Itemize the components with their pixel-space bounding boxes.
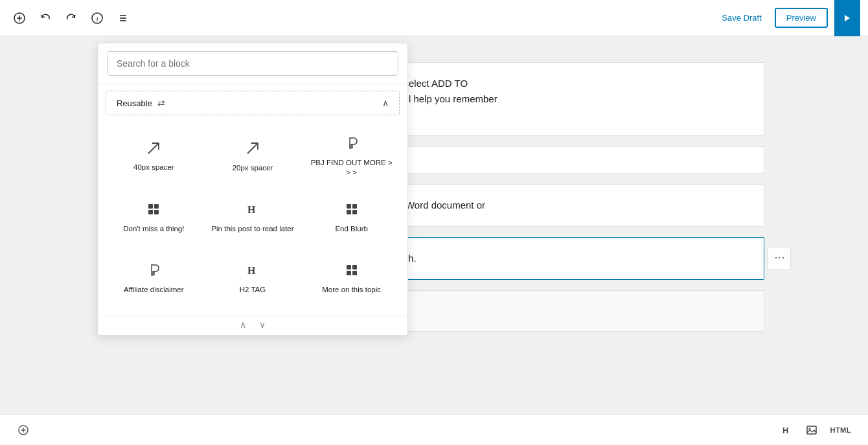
heading-icon-pin: H <box>246 202 260 219</box>
undo-button[interactable] <box>34 6 57 30</box>
paragraph-icon-pbj <box>345 136 359 153</box>
block-item-dont-miss[interactable]: Don't miss a thing! <box>106 188 202 246</box>
arrow-icon-20px <box>246 141 260 158</box>
svg-rect-23 <box>352 265 357 269</box>
svg-rect-18 <box>347 210 351 214</box>
toolbar-left-group: i <box>8 6 135 30</box>
svg-rect-12 <box>154 204 159 209</box>
svg-rect-22 <box>347 265 351 269</box>
editor-area: Reusable ⇄ ∧ 40px spacer <box>0 36 868 445</box>
block-label-40px-spacer: 40px spacer <box>133 163 174 172</box>
svg-text:H: H <box>247 204 256 215</box>
grid-icon-end-blurb <box>345 202 359 219</box>
html-format-button[interactable]: HTML <box>826 424 855 437</box>
block-item-affiliate[interactable]: Affiliate disclaimer <box>106 249 202 307</box>
block-more-options[interactable]: ⋮ <box>768 247 791 270</box>
toolbar-right-group: Save Draft Preview <box>715 0 860 36</box>
svg-rect-19 <box>352 210 357 214</box>
svg-text:H: H <box>782 426 788 435</box>
add-block-button[interactable] <box>8 6 31 30</box>
block-label-more-on-this: More on this topic <box>322 285 381 295</box>
reusable-section-label: Reusable <box>117 98 152 108</box>
block-label-end-blurb: End Blurb <box>335 224 368 234</box>
image-format-button[interactable] <box>801 420 822 440</box>
svg-rect-14 <box>154 210 159 214</box>
info-button[interactable]: i <box>86 6 109 30</box>
block-item-h2-tag[interactable]: H H2 TAG <box>205 249 301 307</box>
block-item-pbj[interactable]: PBJ FIND OUT MORE > > > <box>303 127 400 185</box>
chevron-up-icon: ∧ <box>382 98 389 108</box>
list-view-button[interactable] <box>111 6 135 30</box>
svg-rect-11 <box>148 204 153 209</box>
bottom-toolbar-left <box>13 420 34 440</box>
svg-rect-13 <box>148 210 153 214</box>
bottom-toolbar-right: H HTML <box>777 420 855 440</box>
arrow-icon-40px <box>146 141 161 157</box>
svg-line-9 <box>247 143 258 154</box>
block-label-pin-post: Pin this post to read later <box>211 224 293 234</box>
block-item-pin-post[interactable]: H Pin this post to read later <box>205 188 301 246</box>
bottom-toolbar: H HTML <box>0 414 868 445</box>
block-item-40px-spacer[interactable]: 40px spacer <box>106 127 202 185</box>
add-block-bottom-button[interactable] <box>13 420 34 440</box>
svg-rect-16 <box>347 204 351 209</box>
ellipsis-icon: ⋮ <box>771 253 788 264</box>
svg-rect-30 <box>807 426 816 434</box>
block-label-20px-spacer: 20px spacer <box>233 163 273 173</box>
svg-point-31 <box>809 428 811 429</box>
block-item-20px-spacer[interactable]: 20px spacer <box>205 127 301 185</box>
panel-scroll-down[interactable]: ∨ <box>259 319 266 330</box>
block-search-input[interactable] <box>107 51 398 76</box>
block-label-pbj: PBJ FIND OUT MORE > > > <box>308 158 394 177</box>
save-draft-button[interactable]: Save Draft <box>715 9 768 27</box>
svg-rect-25 <box>352 271 357 275</box>
block-item-end-blurb[interactable]: End Blurb <box>303 188 400 246</box>
heading-icon-h2: H <box>246 263 260 280</box>
search-wrapper <box>98 43 407 84</box>
grid-icon-dont-miss <box>146 202 161 219</box>
svg-rect-24 <box>347 271 351 275</box>
svg-rect-17 <box>352 204 357 209</box>
svg-text:i: i <box>96 14 98 22</box>
preview-button[interactable]: Preview <box>775 8 828 28</box>
reusable-icon: ⇄ <box>157 98 165 108</box>
block-item-more-on-this[interactable]: More on this topic <box>303 249 400 307</box>
reusable-section-header[interactable]: Reusable ⇄ ∧ <box>106 91 400 115</box>
panel-scroll-up[interactable]: ∧ <box>240 319 246 330</box>
redo-button[interactable] <box>60 6 83 30</box>
blocks-grid: 40px spacer 20px spacer <box>98 122 407 315</box>
block-inserter-panel: Reusable ⇄ ∧ 40px spacer <box>97 43 408 336</box>
block-label-h2-tag: H2 TAG <box>240 285 266 295</box>
block-label-dont-miss: Don't miss a thing! <box>123 224 184 234</box>
svg-text:H: H <box>247 265 256 276</box>
publish-button[interactable] <box>834 0 860 36</box>
svg-line-8 <box>148 143 159 154</box>
grid-icon-more-on-this <box>345 263 359 280</box>
top-toolbar: i Save Draft Preview <box>0 0 868 36</box>
paragraph-icon-affiliate <box>146 263 161 280</box>
heading-format-button[interactable]: H <box>777 420 797 440</box>
block-label-affiliate: Affiliate disclaimer <box>124 285 183 295</box>
